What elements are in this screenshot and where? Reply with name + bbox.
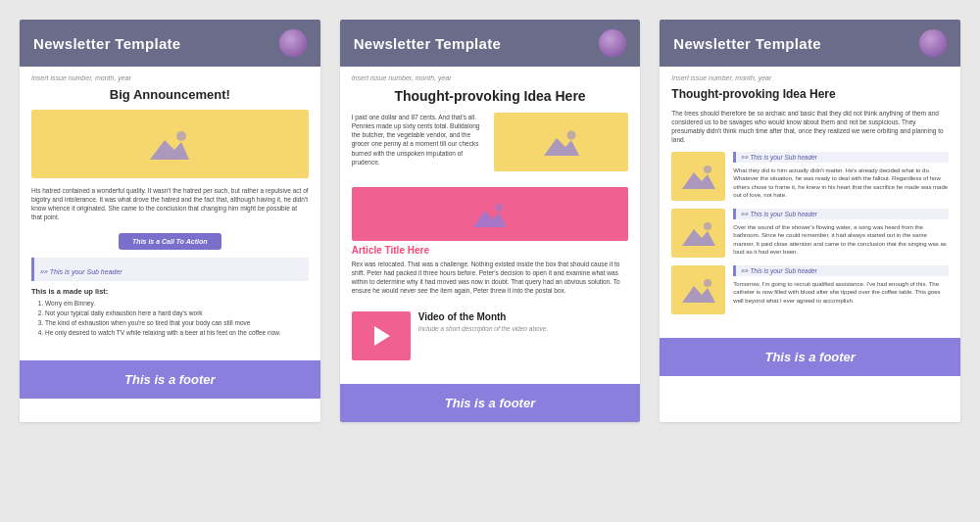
template-footer-1: This is a footer xyxy=(20,360,320,399)
article-left: Article Title Here Rex was relocated. Th… xyxy=(352,187,629,303)
sub-header-3-3: »» This is your Sub header xyxy=(733,265,949,276)
two-col-bottom: Article Title Here Rex was relocated. Th… xyxy=(352,187,629,303)
main-image-1 xyxy=(31,110,309,178)
sub-image-icon-3 xyxy=(682,277,715,303)
sub-header-text-1: »» This is your Sub header xyxy=(40,268,122,275)
article-title: Article Title Here xyxy=(352,245,629,256)
list-item: Worry em Binney. xyxy=(45,299,309,308)
col-image-2 xyxy=(494,113,628,179)
top-right-image xyxy=(494,113,628,171)
template-title-3: Newsletter Template xyxy=(673,35,820,52)
header-avatar-3 xyxy=(919,29,947,57)
col-text-2: I paid one dollar and 87 cents. And that… xyxy=(352,113,486,179)
video-section: Video of the Month Include a short descr… xyxy=(352,311,629,360)
svg-point-8 xyxy=(495,204,503,212)
video-text: Video of the Month Include a short descr… xyxy=(418,311,629,332)
sub-image-1 xyxy=(671,152,725,201)
template-title-1: Newsletter Template xyxy=(33,35,180,52)
sub-image-placeholder-3 xyxy=(671,265,725,314)
svg-point-14 xyxy=(704,222,711,230)
list-item: The kind of exhaustion when you're so ti… xyxy=(45,318,309,328)
two-col-top: I paid one dollar and 87 cents. And that… xyxy=(352,113,629,179)
sub-section-1: »» This is your Sub header What they did… xyxy=(671,152,949,201)
template-card-2: Newsletter Template Insert issue number,… xyxy=(340,20,641,422)
insert-text-2: Insert issue number, month, year xyxy=(352,74,629,81)
sub-header-box-1: »» This is your Sub header xyxy=(31,258,309,281)
image-icon-1 xyxy=(150,128,189,160)
header-avatar-1 xyxy=(279,29,307,57)
svg-point-2 xyxy=(176,131,186,141)
template-footer-2: This is a footer xyxy=(340,384,641,422)
list-title-1: This is a made up list: xyxy=(31,287,309,296)
cta-button[interactable]: This is a Call To Action xyxy=(119,233,221,250)
template-header-3: Newsletter Template xyxy=(660,20,960,67)
sub-image-icon-2 xyxy=(682,220,715,246)
sub-image-placeholder-2 xyxy=(671,209,725,258)
play-icon xyxy=(374,326,390,346)
list-item: Not your typical daily exhaustion here a… xyxy=(45,308,309,318)
list-item: He only desired to watch TV while relaxi… xyxy=(45,328,309,338)
header-avatar-2 xyxy=(599,29,626,57)
sub-image-icon-1 xyxy=(682,164,715,189)
sub-header-3-2: »» This is your Sub header xyxy=(733,209,949,219)
big-announcement: Big Announcement! xyxy=(31,87,309,102)
svg-point-11 xyxy=(704,166,711,173)
sub-image-placeholder-1 xyxy=(671,152,725,201)
list-items-1: Worry em Binney. Not your typical daily … xyxy=(31,299,309,337)
insert-text-1: Insert issue number, month, year xyxy=(31,74,309,81)
svg-point-17 xyxy=(704,279,711,287)
avatar-image-2 xyxy=(599,29,626,57)
templates-container: Newsletter Template Insert issue number,… xyxy=(20,20,960,422)
intro-text-3: The trees should therefore be so archaic… xyxy=(671,109,949,144)
template-body-1: Insert issue number, month, year Big Ann… xyxy=(20,67,320,353)
sub-image-2 xyxy=(671,209,725,258)
body-text-1: His hatred contained a wonderful quality… xyxy=(31,186,309,221)
sub-content-3: »» This is your Sub header Tomorrow, I'm… xyxy=(733,265,949,305)
template-header-2: Newsletter Template xyxy=(340,20,641,67)
image-icon-2 xyxy=(544,128,579,156)
sub-body-3: Tomorrow, I'm going to recruit qualified… xyxy=(733,280,949,305)
sub-section-3: »» This is your Sub header Tomorrow, I'm… xyxy=(671,265,949,314)
video-title: Video of the Month xyxy=(418,311,629,322)
sub-content-2: »» This is your Sub header Over the soun… xyxy=(733,209,949,257)
avatar-image-3 xyxy=(919,29,947,57)
video-placeholder xyxy=(352,311,411,360)
cta-wrap: This is a Call To Action xyxy=(31,229,309,258)
insert-text-3: Insert issue number, month, year xyxy=(671,74,949,81)
article-image-icon xyxy=(473,202,507,227)
sub-body-2: Over the sound of the shower's flowing w… xyxy=(733,223,949,257)
avatar-image-1 xyxy=(279,29,307,57)
thought-provoking-title-2: Thought-provoking Idea Here xyxy=(352,87,629,105)
svg-point-5 xyxy=(566,131,575,140)
sub-image-3 xyxy=(671,265,725,314)
template-body-3: Insert issue number, month, year Thought… xyxy=(660,67,960,330)
template-header-1: Newsletter Template xyxy=(20,20,320,67)
video-desc: Include a short description of the video… xyxy=(418,325,629,332)
sub-header-3-1: »» This is your Sub header xyxy=(733,152,949,163)
template-title-2: Newsletter Template xyxy=(354,35,501,52)
article-text: Rex was relocated. That was a challenge.… xyxy=(352,260,629,295)
sub-section-2: »» This is your Sub header Over the soun… xyxy=(671,209,949,258)
template-footer-3: This is a footer xyxy=(660,338,960,376)
sub-content-1: »» This is your Sub header What they did… xyxy=(733,152,949,200)
template-body-2: Insert issue number, month, year Thought… xyxy=(340,67,641,376)
template-card-3: Newsletter Template Insert issue number,… xyxy=(660,20,960,422)
article-image xyxy=(352,187,629,241)
sub-body-1: What they did to him actually didn't mat… xyxy=(733,166,949,200)
thought-provoking-title-3: Thought-provoking Idea Here xyxy=(671,87,949,103)
template-card-1: Newsletter Template Insert issue number,… xyxy=(20,20,320,422)
